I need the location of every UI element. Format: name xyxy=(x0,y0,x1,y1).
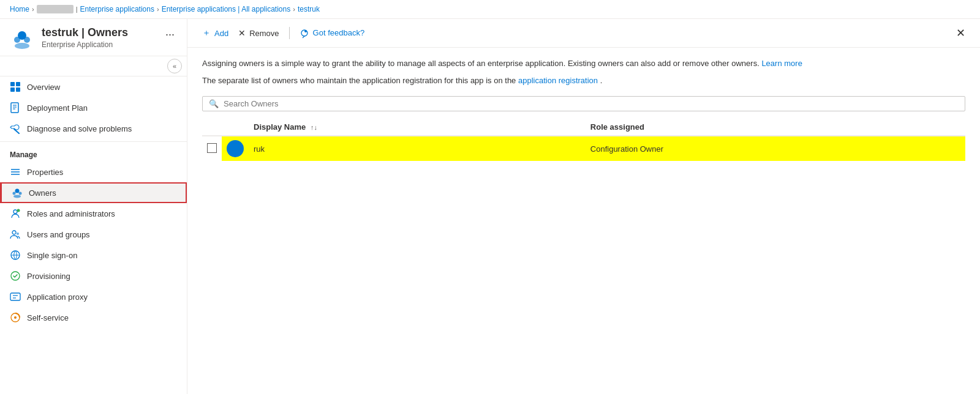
sidebar-item-sso-label: Single sign-on xyxy=(27,251,77,260)
sidebar-item-properties-label: Properties xyxy=(27,168,63,177)
sidebar-item-application-proxy[interactable]: Application proxy xyxy=(0,286,187,307)
sidebar-item-owners-label: Owners xyxy=(29,188,56,198)
toolbar: ＋ Add ✕ Remove Got feedback? ✕ xyxy=(187,19,980,48)
avatar xyxy=(227,140,244,157)
close-button[interactable]: ✕ xyxy=(951,24,970,42)
content-area: ＋ Add ✕ Remove Got feedback? ✕ xyxy=(187,19,980,394)
toolbar-divider xyxy=(289,27,290,39)
book-icon xyxy=(10,102,21,113)
svg-point-22 xyxy=(12,231,16,234)
svg-rect-26 xyxy=(10,293,20,300)
add-icon: ＋ xyxy=(202,28,211,39)
display-name-value: ruk xyxy=(254,144,265,154)
row-avatar-cell xyxy=(222,136,249,161)
svg-point-30 xyxy=(14,316,17,319)
sidebar-item-users-groups[interactable]: Users and groups xyxy=(0,224,187,245)
remove-button[interactable]: ✕ Remove xyxy=(233,26,284,40)
feedback-label: Got feedback? xyxy=(313,28,365,37)
svg-point-32 xyxy=(304,30,307,32)
breadcrumb-current[interactable]: testruk xyxy=(298,5,320,13)
role-assigned-value: Configuration Owner xyxy=(590,144,663,154)
avatar-header xyxy=(222,119,249,136)
sidebar-item-provisioning-label: Provisioning xyxy=(27,272,70,281)
provisioning-icon xyxy=(10,270,21,281)
svg-rect-8 xyxy=(11,103,18,113)
svg-point-16 xyxy=(15,189,20,193)
role-assigned-cell: Configuration Owner xyxy=(586,136,965,161)
users-groups-icon xyxy=(10,229,21,240)
svg-rect-7 xyxy=(16,87,20,92)
learn-more-link[interactable]: Learn more xyxy=(761,59,802,68)
svg-point-19 xyxy=(13,195,21,198)
sidebar-item-provisioning[interactable]: Provisioning xyxy=(0,266,187,286)
content-body: Assigning owners is a simple way to gran… xyxy=(187,48,980,394)
sidebar-item-users-groups-label: Users and groups xyxy=(27,230,90,239)
owners-icon xyxy=(12,187,23,198)
roles-icon xyxy=(10,208,21,219)
svg-point-2 xyxy=(24,37,30,43)
info-line2: The separate list of owners who maintain… xyxy=(202,75,965,87)
breadcrumb-blurred: ██████ xyxy=(37,5,74,13)
sidebar-item-diagnose[interactable]: Diagnose and solve problems xyxy=(0,118,187,139)
sidebar-item-deployment-plan-label: Deployment Plan xyxy=(27,103,88,113)
sidebar-nav: Overview Deployment Plan xyxy=(0,76,187,394)
display-name-cell: ruk xyxy=(249,136,586,161)
svg-point-23 xyxy=(17,232,19,235)
breadcrumb: Home › ██████ | Enterprise applications … xyxy=(0,0,980,19)
app-registration-link[interactable]: application registration xyxy=(518,76,598,85)
sidebar-item-owners[interactable]: Owners xyxy=(0,182,187,203)
sidebar-item-roles-administrators[interactable]: Roles and administrators xyxy=(0,203,187,224)
breadcrumb-all-applications[interactable]: Enterprise applications | All applicatio… xyxy=(162,5,291,13)
svg-rect-5 xyxy=(16,82,20,86)
breadcrumb-enterprise-applications[interactable]: Enterprise applications xyxy=(80,5,154,13)
grid-icon xyxy=(10,81,21,92)
sidebar-item-single-sign-on[interactable]: Single sign-on xyxy=(0,245,187,266)
app-icon xyxy=(10,26,34,51)
sidebar-item-self-service[interactable]: Self-service xyxy=(0,307,187,328)
nav-divider xyxy=(0,141,187,142)
collapse-sidebar-button[interactable]: « xyxy=(167,59,182,73)
sidebar-item-self-service-label: Self-service xyxy=(27,313,69,322)
manage-nav: Properties Owners xyxy=(0,162,187,328)
svg-point-21 xyxy=(17,209,20,212)
svg-point-1 xyxy=(14,37,20,43)
sidebar-item-overview[interactable]: Overview xyxy=(0,76,187,97)
wrench-icon xyxy=(10,123,21,134)
primary-nav: Overview Deployment Plan xyxy=(0,76,187,139)
sso-icon xyxy=(10,250,21,261)
sidebar-item-properties[interactable]: Properties xyxy=(0,162,187,182)
sidebar-item-diagnose-label: Diagnose and solve problems xyxy=(27,124,132,133)
app-header: testruk | Owners Enterprise Application … xyxy=(0,19,187,56)
add-button[interactable]: ＋ Add xyxy=(197,25,233,41)
svg-rect-4 xyxy=(10,82,15,86)
display-name-header[interactable]: Display Name ↑↓ xyxy=(249,119,586,136)
svg-point-33 xyxy=(232,143,238,149)
info-line1: Assigning owners is a simple way to gran… xyxy=(202,58,965,70)
search-box: 🔍 xyxy=(202,96,965,111)
select-all-header xyxy=(202,119,222,136)
add-label: Add xyxy=(214,29,228,38)
feedback-icon xyxy=(300,28,309,38)
feedback-button[interactable]: Got feedback? xyxy=(295,25,370,40)
svg-point-18 xyxy=(19,192,22,195)
table-row: ruk Configuration Owner xyxy=(202,136,965,161)
remove-label: Remove xyxy=(249,29,279,38)
bars-icon xyxy=(10,166,21,177)
remove-icon: ✕ xyxy=(238,28,246,38)
search-input[interactable] xyxy=(224,99,959,108)
sidebar-item-application-proxy-label: Application proxy xyxy=(27,292,88,302)
role-assigned-header[interactable]: Role assigned xyxy=(586,119,965,136)
row-checkbox[interactable] xyxy=(207,143,217,153)
self-service-icon xyxy=(10,312,21,323)
manage-section-header: Manage xyxy=(0,144,187,162)
ellipsis-button[interactable]: ··· xyxy=(163,26,177,42)
app-title: testruk | Owners xyxy=(42,26,156,39)
owners-table: Display Name ↑↓ Role assigned xyxy=(202,119,965,161)
breadcrumb-home[interactable]: Home xyxy=(10,5,29,13)
sort-icon: ↑↓ xyxy=(311,124,317,131)
svg-rect-6 xyxy=(10,87,15,92)
proxy-icon xyxy=(10,291,21,302)
sidebar-item-deployment-plan[interactable]: Deployment Plan xyxy=(0,97,187,118)
search-icon: 🔍 xyxy=(209,99,219,108)
row-checkbox-cell xyxy=(202,136,222,161)
